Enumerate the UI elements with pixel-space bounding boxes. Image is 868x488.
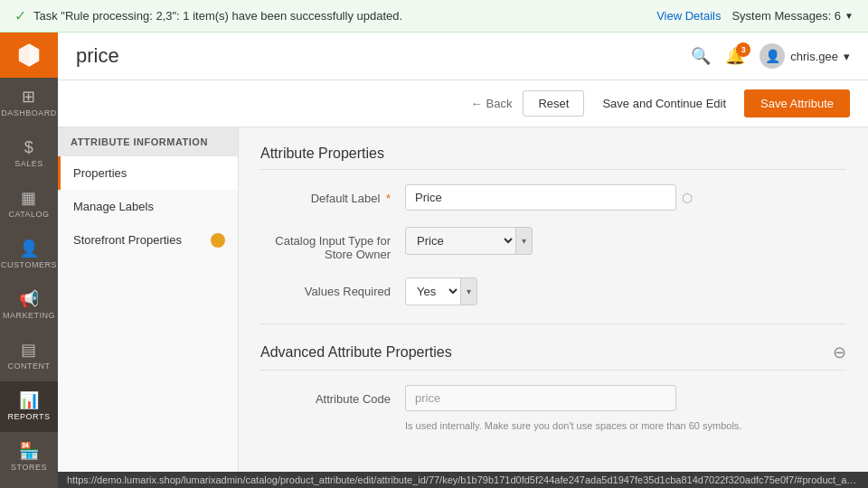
required-star: * bbox=[386, 192, 391, 205]
catalog-input-row: Catalog Input Type for Store Owner Price… bbox=[260, 227, 846, 261]
content-icon: ▤ bbox=[21, 342, 37, 358]
sidebar-label-stores: Stores bbox=[11, 463, 47, 473]
page-header: price 🔍 🔔 3 👤 chris.gee ▾ bbox=[58, 33, 868, 80]
customers-icon: 👤 bbox=[19, 240, 40, 257]
left-panel: Attribute Information Properties Manage … bbox=[58, 127, 239, 472]
tooltip-indicator bbox=[211, 233, 225, 248]
user-name: chris.gee bbox=[790, 50, 838, 63]
attribute-code-control: Is used internally. Make sure you don't … bbox=[405, 385, 846, 431]
advanced-properties-title: Advanced Attribute Properties bbox=[260, 344, 452, 361]
left-panel-label-manage-labels: Manage Labels bbox=[73, 200, 154, 213]
catalog-input-select[interactable]: Price Text Field Text Area Date Yes/No M… bbox=[406, 228, 515, 254]
back-label: Back bbox=[486, 97, 513, 110]
sidebar-label-reports: Reports bbox=[8, 412, 51, 422]
sidebar-label-customers: Customers bbox=[1, 260, 57, 270]
left-panel-item-storefront-properties[interactable]: Storefront Properties bbox=[58, 223, 238, 257]
notification-message-group: ✓ Task "Rule processing: 2,3": 1 item(s)… bbox=[14, 7, 402, 24]
left-panel-title: Attribute Information bbox=[58, 127, 238, 156]
attribute-properties-title: Attribute Properties bbox=[260, 145, 846, 170]
sidebar-label-catalog: Catalog bbox=[8, 210, 49, 220]
advanced-attribute-properties-section: Advanced Attribute Properties ⊖ Attribut… bbox=[260, 343, 846, 431]
catalog-input-control: Price Text Field Text Area Date Yes/No M… bbox=[405, 227, 846, 255]
toolbar: ← Back Reset Save and Continue Edit Save… bbox=[58, 80, 868, 127]
sidebar-item-sales[interactable]: $ Sales bbox=[0, 128, 58, 179]
left-panel-item-manage-labels[interactable]: Manage Labels bbox=[58, 190, 238, 223]
values-required-control: Yes No ▾ bbox=[405, 277, 846, 305]
left-panel-label-storefront-properties: Storefront Properties bbox=[73, 233, 182, 247]
status-bar: https://demo.lumarix.shop/lumarixadmin/c… bbox=[58, 472, 868, 488]
store-icon: ⬡ bbox=[682, 191, 693, 205]
user-menu[interactable]: 👤 chris.gee ▾ bbox=[760, 43, 850, 69]
sidebar-item-content[interactable]: ▤ Content bbox=[0, 331, 58, 381]
values-required-arrow-icon: ▾ bbox=[460, 278, 476, 305]
reports-icon: 📊 bbox=[19, 392, 40, 408]
sidebar-label-sales: Sales bbox=[14, 159, 43, 169]
success-icon: ✓ bbox=[14, 7, 26, 24]
attribute-properties-section: Attribute Properties Default Label * ⬡ bbox=[260, 145, 846, 305]
attribute-code-input[interactable] bbox=[405, 385, 676, 411]
default-label-control: ⬡ bbox=[405, 184, 846, 211]
back-arrow-icon: ← bbox=[471, 97, 483, 110]
values-required-select[interactable]: Yes No bbox=[406, 278, 460, 305]
collapse-icon: ⊖ bbox=[833, 343, 846, 362]
user-menu-arrow-icon: ▾ bbox=[844, 50, 850, 63]
stores-icon: 🏪 bbox=[19, 443, 40, 459]
values-required-label: Values Required bbox=[260, 277, 405, 298]
search-button[interactable]: 🔍 bbox=[691, 46, 711, 66]
default-label-row: Default Label * ⬡ bbox=[260, 184, 846, 211]
values-required-row: Values Required Yes No ▾ bbox=[260, 277, 846, 305]
attribute-code-hint: Is used internally. Make sure you don't … bbox=[405, 420, 741, 431]
left-panel-item-properties[interactable]: Properties bbox=[58, 156, 238, 190]
sidebar-label-content: Content bbox=[8, 361, 51, 371]
sales-icon: $ bbox=[24, 139, 34, 155]
advanced-properties-header[interactable]: Advanced Attribute Properties ⊖ bbox=[260, 343, 846, 371]
right-content: Attribute Properties Default Label * ⬡ bbox=[239, 127, 868, 472]
back-button[interactable]: ← Back bbox=[471, 97, 513, 110]
content-area: price 🔍 🔔 3 👤 chris.gee ▾ ← Back Rese bbox=[58, 33, 868, 488]
section-divider bbox=[260, 324, 846, 324]
sidebar-item-reports[interactable]: 📊 Reports bbox=[0, 381, 58, 432]
system-messages-arrow-icon: ▼ bbox=[844, 11, 854, 21]
save-attribute-button[interactable]: Save Attribute bbox=[744, 89, 850, 117]
main-wrapper: ⊞ Dashboard $ Sales ▦ Catalog 👤 Customer… bbox=[0, 33, 868, 488]
page-body: Attribute Information Properties Manage … bbox=[58, 127, 868, 472]
sidebar-label-dashboard: Dashboard bbox=[1, 108, 57, 118]
notification-bell-button[interactable]: 🔔 3 bbox=[725, 46, 745, 66]
notification-count-badge: 3 bbox=[736, 42, 750, 57]
values-required-select-wrap: Yes No ▾ bbox=[405, 277, 477, 305]
sidebar-item-catalog[interactable]: ▦ Catalog bbox=[0, 179, 58, 230]
avatar: 👤 bbox=[760, 43, 785, 69]
sidebar-logo[interactable] bbox=[0, 33, 58, 78]
default-label-input[interactable] bbox=[405, 184, 676, 211]
attribute-code-label: Attribute Code bbox=[260, 385, 405, 406]
view-details-link[interactable]: View Details bbox=[656, 9, 721, 23]
default-label-label: Default Label * bbox=[260, 184, 405, 205]
system-messages-button[interactable]: System Messages: 6 ▼ bbox=[731, 9, 854, 23]
header-right: 🔍 🔔 3 👤 chris.gee ▾ bbox=[691, 43, 850, 69]
catalog-icon: ▦ bbox=[21, 190, 37, 206]
reset-button[interactable]: Reset bbox=[523, 90, 584, 117]
sidebar-item-system[interactable]: ⚙ System bbox=[0, 483, 58, 488]
dashboard-icon: ⊞ bbox=[22, 89, 36, 105]
catalog-input-label: Catalog Input Type for Store Owner bbox=[260, 227, 405, 261]
catalog-input-arrow-icon: ▾ bbox=[515, 228, 532, 254]
status-bar-url: https://demo.lumarix.shop/lumarixadmin/c… bbox=[67, 474, 868, 485]
save-continue-edit-button[interactable]: Save and Continue Edit bbox=[595, 91, 733, 116]
sidebar-item-stores[interactable]: 🏪 Stores bbox=[0, 432, 58, 483]
notification-bar: ✓ Task "Rule processing: 2,3": 1 item(s)… bbox=[0, 0, 868, 33]
marketing-icon: 📢 bbox=[19, 291, 40, 307]
left-panel-label-properties: Properties bbox=[73, 166, 127, 180]
sidebar-label-marketing: Marketing bbox=[3, 311, 55, 321]
notification-actions: View Details System Messages: 6 ▼ bbox=[656, 9, 854, 23]
sidebar-item-dashboard[interactable]: ⊞ Dashboard bbox=[0, 78, 58, 128]
attribute-code-row: Attribute Code Is used internally. Make … bbox=[260, 385, 846, 431]
system-messages-label: System Messages: 6 bbox=[731, 9, 841, 23]
sidebar: ⊞ Dashboard $ Sales ▦ Catalog 👤 Customer… bbox=[0, 33, 58, 488]
notification-text: Task "Rule processing: 2,3": 1 item(s) h… bbox=[33, 9, 402, 23]
sidebar-item-customers[interactable]: 👤 Customers bbox=[0, 230, 58, 280]
page-title: price bbox=[76, 44, 119, 68]
sidebar-item-marketing[interactable]: 📢 Marketing bbox=[0, 280, 58, 331]
catalog-input-select-wrap: Price Text Field Text Area Date Yes/No M… bbox=[405, 227, 533, 255]
